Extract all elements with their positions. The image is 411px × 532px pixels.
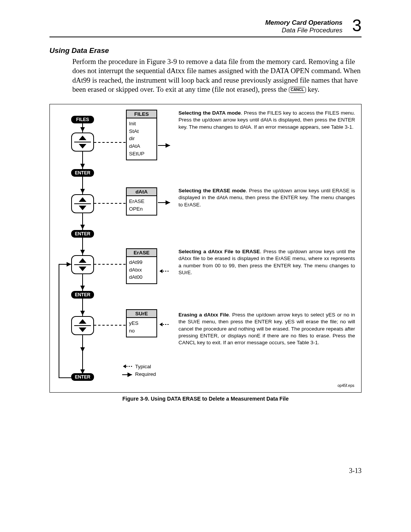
sure-menu-title: SUrE [127, 310, 156, 318]
menu-item: dAt00 [129, 273, 154, 281]
figure-frame: FILES ENTER ENTER ENTER ENTER FILES Init… [49, 104, 362, 393]
legend-typical: Typical [135, 364, 151, 369]
enter-key: ENTER [71, 373, 94, 381]
data-menu: dAtA ErASE OPEn [126, 187, 157, 216]
files-menu-title: FILES [127, 110, 156, 118]
chapter-number: 3 [352, 16, 362, 35]
erase-menu-title: ErASE [127, 249, 156, 257]
step-lead: Erasing a dAtxx File [178, 312, 229, 318]
files-menu: FILES Init StAt dir dAtA SEtUP [126, 110, 157, 160]
header-subtitle: Data File Procedures [49, 27, 342, 34]
step-select-data: Selecting the DATA mode. Press the FILES… [178, 110, 355, 131]
header-rule [49, 37, 362, 37]
intro-paragraph: Perform the procedure in Figure 3-9 to r… [72, 57, 362, 94]
figure-caption: Figure 3-9. Using DATA ERASE to Delete a… [49, 396, 362, 402]
menu-item: OPEn [129, 205, 154, 213]
svg-marker-21 [123, 364, 126, 368]
intro-text-b: key. [306, 85, 320, 93]
menu-item: no [129, 327, 154, 335]
step-lead: Selecting the ERASE mode [178, 188, 246, 193]
menu-item: dAtA [129, 142, 154, 150]
eps-filename: op45f.eps [338, 383, 354, 388]
arrow-keys-icon [71, 316, 94, 335]
menu-item: ErASE [129, 198, 154, 205]
enter-key: ENTER [71, 169, 94, 177]
menu-item: dAt99 [129, 259, 154, 266]
arrow-keys-icon [71, 194, 94, 213]
legend: Typical Required [135, 363, 156, 378]
sure-menu: SUrE yES no [126, 309, 157, 337]
erase-menu: ErASE dAt99 dAtxx dAt00 [126, 248, 157, 284]
menu-item: dir [129, 135, 154, 142]
running-header: Memory Card Operations Data File Procedu… [49, 19, 362, 34]
menu-item: StAt [129, 128, 154, 135]
data-menu-title: dAtA [127, 188, 156, 196]
menu-item: Init [129, 120, 154, 128]
step-select-file: Selecting a dAtxx File to ERASE. Press t… [178, 248, 355, 276]
files-key: FILES [71, 116, 94, 123]
section-heading: Using Data Erase [49, 46, 362, 55]
step-erase-file: Erasing a dAtxx File. Press the up/down … [178, 312, 355, 346]
arrow-keys-icon [71, 133, 94, 152]
step-lead: Selecting a dAtxx File to ERASE [178, 249, 260, 254]
step-lead: Selecting the DATA mode [178, 110, 241, 116]
svg-marker-17 [159, 269, 162, 273]
enter-key: ENTER [71, 230, 94, 238]
cancl-key-icon: CANCL [289, 87, 306, 93]
legend-required: Required [135, 371, 156, 377]
svg-marker-19 [159, 323, 162, 326]
header-title: Memory Card Operations [49, 19, 342, 27]
arrow-keys-icon [71, 255, 94, 274]
step-select-erase: Selecting the ERASE mode. Press the up/d… [178, 187, 355, 208]
menu-item: dAtxx [129, 266, 154, 274]
menu-item: SEtUP [129, 150, 154, 158]
enter-key: ENTER [71, 291, 94, 299]
menu-item: yES [129, 320, 154, 327]
page-number: 3-13 [349, 467, 362, 475]
